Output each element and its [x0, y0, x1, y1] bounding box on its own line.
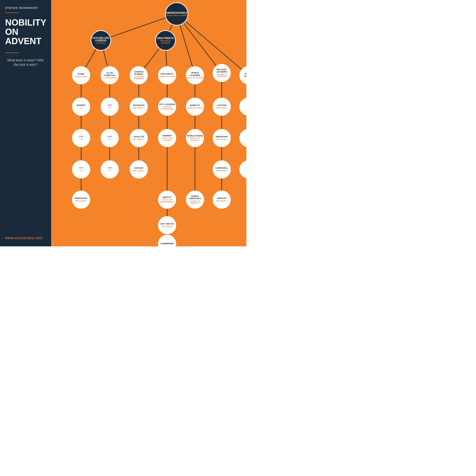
node-clan4: ??? ???: [101, 160, 119, 178]
node-noble-servants-sub: SLAVES TO NOBILITY: [187, 200, 203, 204]
node-clan-chieftan: CLAN CHIEFTAN CLAN LEADER: [101, 66, 119, 84]
divider-2: [5, 52, 19, 53]
node-commoner-title: COMMONER: [160, 242, 174, 245]
node-church-title: CHURCH ELDERS: [130, 71, 147, 76]
node-commoner: COMMONER: [158, 235, 176, 246]
node-qqq4-title: ???: [79, 167, 83, 169]
node-initiate-sub: REL RANK 1: [133, 170, 144, 172]
node-city-leaders-title: CITY LEADERS: [159, 103, 175, 105]
svg-line-8: [166, 51, 167, 66]
node-hand-sub: RIGHT HAND: [75, 76, 87, 78]
status-label: STATUS HEIRARCHY: [5, 6, 46, 9]
node-acolyte: ACOLYTE REL RANK 2: [130, 129, 148, 147]
node-empress-title: EMPRESS/KINGS: [166, 11, 187, 14]
node-diplomats-title: DIPLOMATS: [161, 73, 173, 75]
sidebar-title: NOBILITY ON ADVENT: [5, 18, 46, 46]
node-noble-leaders: NOBLE LEADERS HEAD OF HOUSES: [186, 66, 204, 84]
node-clan-sub: CLAN LEADER: [103, 77, 116, 79]
node-clan-title: CLAN CHIEFTAN: [101, 72, 118, 76]
node-military-title: MILITARY LEADERS: [213, 68, 230, 73]
node-clan3: ??? ???: [101, 129, 119, 147]
node-clan2-sub: ???: [108, 107, 112, 109]
node-sheriff-title: SHERIFF: [162, 135, 172, 137]
node-military-sub: SECOND IN COMMAND: [213, 74, 230, 78]
node-private: PRIVATE ORG RANK 1: [213, 191, 231, 209]
node-merchant-title: MERCHANT: [75, 197, 87, 199]
node-expert-title: EXPERT: [77, 104, 85, 106]
svg-line-3: [186, 21, 241, 69]
node-diplomats-sub: TERRITORY REPS: [159, 76, 175, 78]
sidebar-url: WWW.ADVENTMUD.ORG: [5, 237, 43, 240]
node-noble-hands: NOBLE HANDS SECOND TO NOBILITY: [186, 129, 204, 147]
node-merchant: MERCHANT ORG RANK 1: [72, 191, 90, 209]
node-sergeant-title: SERGEANT: [216, 136, 228, 138]
node-citywatch-sub: CITYGUARD: [162, 226, 173, 228]
node-clan4-title: ???: [108, 167, 112, 169]
node-city-leaders: CITY LEADERS MAYORS COUNCILMEN: [158, 98, 176, 116]
node-diplomats: DIPLOMATS TERRITORY REPS: [158, 66, 176, 84]
node-qqq3-sub: ???: [80, 138, 83, 141]
svg-line-4: [180, 25, 192, 67]
node-empress-sub: MAJOR ORG LEADERS: [166, 15, 187, 17]
node-qqq3-title: ???: [79, 136, 83, 138]
connector-lines: [51, 0, 246, 246]
node-military-leaders: MILITARY LEADERS SECOND IN COMMAND: [213, 64, 231, 82]
node-clan3-title: ???: [108, 136, 112, 138]
node-corporal-sub: ORG RANK 2: [216, 170, 228, 172]
main-content: EMPRESS/KINGS MAJOR ORG LEADERS CIVILIZE…: [51, 0, 246, 246]
node-city-watch: CITY WATCH CITYGUARD: [158, 216, 176, 234]
node-qqq3: ??? ???: [72, 129, 90, 147]
node-initiate-title: INITIATE: [134, 167, 143, 169]
node-sergeant: SERGEANT ORG RANK 3: [213, 129, 231, 147]
node-acolyte-title: ACOLYTE: [134, 136, 144, 138]
node-hand: HAND RIGHT HAND: [72, 66, 90, 84]
node-highpriests-title: HIGH PRIESTS: [157, 37, 174, 39]
sidebar-description: What does it mean? Who the fuck is who?: [5, 58, 46, 67]
node-qqq4: ??? ???: [72, 160, 90, 178]
node-deputy-sub: LOCAL LAW ENFORCEMENT: [159, 199, 175, 203]
svg-line-6: [103, 51, 108, 67]
node-qqq4-sub: ???: [80, 170, 83, 172]
node-sheriff: SHERIFF LOCAL LAW LEADER: [158, 129, 176, 147]
node-deputy-title: DEPUTY: [163, 196, 172, 199]
node-nobility-title: NOBILITY: [190, 104, 200, 106]
node-clan2-title: ???: [108, 104, 112, 106]
node-noble-hands-sub: SECOND TO NOBILITY: [187, 137, 203, 142]
node-citywatch-title: CITY WATCH: [160, 223, 174, 225]
node-disciples-sub: REL RANK 3: [133, 107, 144, 109]
node-noble-hands-title: NOBLE HANDS: [187, 135, 203, 137]
node-tribal-title: TRIBAL LEADER: [240, 73, 246, 78]
node-church-elders: CHURCH ELDERS SECOND IN COMMAND: [130, 66, 148, 84]
node-nobility-sub: NOBLE HOUSES: [187, 107, 203, 109]
node-private-sub: ORG RANK 1: [216, 200, 228, 202]
node-sheriff-sub: LOCAL LAW LEADER: [159, 137, 175, 142]
sidebar: STATUS HEIRARCHY NOBILITY ON ADVENT What…: [0, 0, 51, 246]
node-initiate: INITIATE REL RANK 1: [130, 160, 148, 178]
node-tribal-leader: TRIBAL LEADER: [239, 66, 246, 84]
node-church-sub: SECOND IN COMMAND: [130, 76, 147, 80]
node-highpriests-sub: RELIGIOUS LEADERS: [156, 40, 175, 44]
node-noble-servants: NOBLE SERVANTS SLAVES TO NOBILITY: [186, 191, 204, 209]
node-city-leaders-sub: MAYORS COUNCILMEN: [159, 106, 175, 110]
node-deputy: DEPUTY LOCAL LAW ENFORCEMENT: [158, 191, 176, 209]
node-corporal-title: CORPORAL: [215, 167, 228, 169]
node-tribal2: ??? ???: [239, 98, 246, 116]
node-captain: CAPTAIN ORG RANK 4: [213, 98, 231, 116]
node-high-priests: HIGH PRIESTS RELIGIOUS LEADERS: [155, 30, 176, 51]
node-expert: EXPERT ???: [72, 98, 90, 116]
node-expert-sub: ???: [80, 107, 83, 109]
node-sergeant-sub: ORG RANK 3: [216, 138, 228, 141]
node-empress: EMPRESS/KINGS MAJOR ORG LEADERS: [165, 2, 188, 26]
node-nobility: NOBILITY NOBLE HOUSES: [186, 98, 204, 116]
node-merchant-sub: ORG RANK 1: [75, 200, 87, 202]
svg-line-2: [184, 23, 216, 66]
node-civilized-title: CIVILIZED ORG LEADERS: [91, 37, 110, 42]
node-corporal: CORPORAL ORG RANK 2: [213, 160, 231, 178]
node-disciples: DISCIPLES REL RANK 3: [130, 98, 148, 116]
node-noble-leaders-sub: HEAD OF HOUSES: [187, 77, 203, 79]
node-captain-title: CAPTAIN: [217, 104, 227, 106]
svg-line-5: [85, 49, 96, 68]
node-tribal4: ??? ???: [239, 160, 246, 178]
divider-1: [5, 13, 19, 13]
node-private-title: PRIVATE: [217, 197, 226, 199]
